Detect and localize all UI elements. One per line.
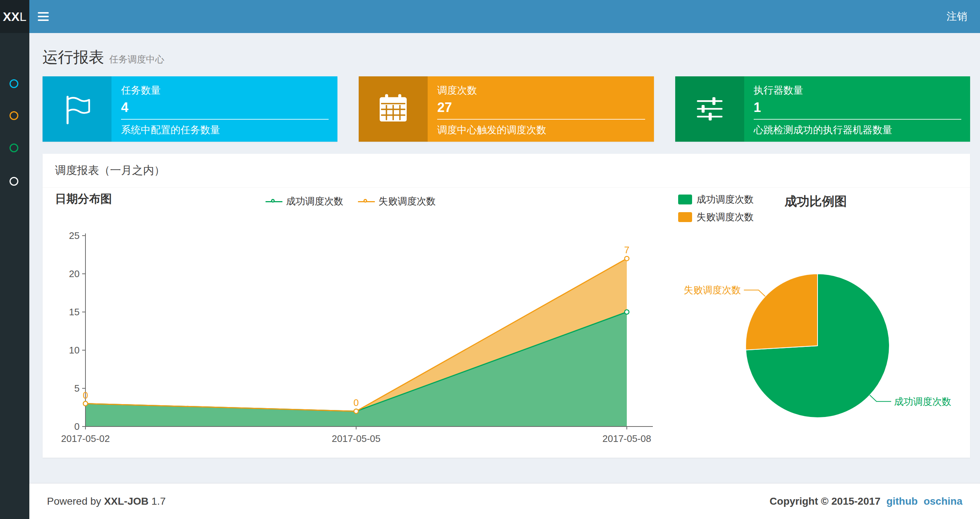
sidebar-item-jobs[interactable]: [10, 111, 18, 120]
info-box-title: 任务数量: [121, 84, 331, 97]
legend-item-success[interactable]: 成功调度次数: [266, 195, 343, 208]
footer-powered-by: Powered by XXL-JOB 1.7: [47, 495, 166, 507]
info-box-desc: 系统中配置的任务数量: [121, 123, 331, 137]
info-box-body: 执行器数量 1 心跳检测成功的执行器机器数量: [744, 76, 970, 142]
hamburger-bar: [38, 19, 49, 21]
divider: [121, 119, 329, 120]
sidebar: [0, 33, 29, 519]
svg-text:20: 20: [69, 268, 80, 279]
svg-text:成功调度次数: 成功调度次数: [894, 396, 951, 407]
svg-text:5: 5: [75, 383, 80, 394]
svg-text:15: 15: [69, 307, 80, 318]
circle-icon: [10, 144, 18, 152]
legend-label: 失败调度次数: [697, 211, 754, 224]
svg-text:2017-05-05: 2017-05-05: [332, 433, 381, 444]
circle-icon: [10, 111, 18, 120]
divider: [437, 119, 645, 120]
svg-text:2017-05-08: 2017-05-08: [603, 433, 651, 444]
svg-text:25: 25: [69, 230, 80, 241]
svg-text:10: 10: [69, 345, 80, 356]
divider: [754, 119, 961, 120]
pie-legend-item-success[interactable]: 成功调度次数: [678, 193, 754, 206]
pie-legend-item-fail[interactable]: 失败调度次数: [678, 211, 754, 224]
line-chart-legend: 成功调度次数 失败调度次数: [43, 195, 659, 208]
info-box-row: 任务数量 4 系统中配置的任务数量: [43, 76, 970, 142]
svg-text:0: 0: [353, 397, 359, 408]
flag-icon: [43, 76, 111, 142]
pie-chart-section: 成功调度次数 失败调度次数 成功比例图 成功调度次数失败调度次数: [678, 191, 972, 455]
footer-right: Copyright © 2015-2017 github oschina: [770, 495, 963, 507]
swatch-icon: [678, 195, 692, 204]
oschina-link[interactable]: oschina: [924, 495, 963, 507]
legend-item-fail[interactable]: 失败调度次数: [358, 195, 436, 208]
info-box-body: 调度次数 27 调度中心触发的调度次数: [428, 76, 654, 142]
calendar-icon: [359, 76, 428, 142]
legend-label: 失败调度次数: [379, 195, 436, 208]
page-subtitle: 任务调度中心: [109, 53, 164, 65]
panel-title: 调度报表（一月之内）: [43, 154, 970, 188]
info-box-title: 调度次数: [437, 84, 647, 97]
app-logo[interactable]: XXL: [0, 0, 29, 33]
info-box-executor-count: 执行器数量 1 心跳检测成功的执行器机器数量: [675, 76, 970, 142]
github-link[interactable]: github: [886, 495, 918, 507]
sidebar-item-executor[interactable]: [10, 177, 18, 186]
report-panel: 调度报表（一月之内） 日期分布图 成功调度次数 失败调度次数 051015202…: [43, 154, 970, 458]
circle-icon: [10, 177, 18, 186]
legend-label: 成功调度次数: [697, 193, 754, 206]
svg-text:0: 0: [75, 421, 80, 432]
sliders-icon: [675, 76, 744, 142]
info-box-value: 4: [121, 100, 331, 115]
hamburger-icon[interactable]: [29, 0, 57, 33]
hamburger-bar: [38, 16, 49, 17]
info-box-value: 27: [437, 100, 647, 115]
logo-bold-text: XX: [3, 10, 19, 24]
legend-label: 成功调度次数: [286, 195, 343, 208]
page-title: 运行报表: [43, 47, 104, 67]
logo-light-text: L: [19, 10, 26, 24]
hamburger-bar: [38, 12, 49, 14]
info-box-title: 执行器数量: [754, 84, 964, 97]
svg-text:0: 0: [83, 390, 88, 401]
info-box-trigger-count: 调度次数 27 调度中心触发的调度次数: [359, 76, 654, 142]
main-content: 运行报表 任务调度中心 任务数量 4 系统中配置的任务数量: [29, 33, 980, 519]
info-box-value: 1: [754, 100, 964, 115]
info-box-job-count: 任务数量 4 系统中配置的任务数量: [43, 76, 337, 142]
svg-text:7: 7: [624, 244, 629, 256]
svg-text:2017-05-02: 2017-05-02: [61, 433, 110, 444]
date-distribution-chart[interactable]: 05101520252017-05-022017-05-052017-05-08…: [62, 231, 679, 452]
pie-chart-title: 成功比例图: [784, 193, 847, 210]
swatch-icon: [678, 212, 692, 222]
footer: Powered by XXL-JOB 1.7 Copyright © 2015-…: [29, 483, 980, 519]
line-marker-icon: [358, 198, 375, 205]
top-navbar: XXL 注销: [0, 0, 980, 33]
circle-icon: [10, 79, 18, 88]
logout-link[interactable]: 注销: [934, 0, 980, 33]
sidebar-item-log[interactable]: [10, 144, 18, 152]
info-box-desc: 心跳检测成功的执行器机器数量: [754, 123, 964, 137]
info-box-body: 任务数量 4 系统中配置的任务数量: [111, 76, 337, 142]
line-marker-icon: [266, 198, 282, 205]
page-header: 运行报表 任务调度中心: [43, 47, 164, 67]
sidebar-item-report[interactable]: [10, 79, 18, 88]
info-box-desc: 调度中心触发的调度次数: [437, 123, 647, 137]
svg-text:失败调度次数: 失败调度次数: [684, 284, 741, 295]
footer-copyright: Copyright © 2015-2017: [770, 495, 880, 507]
success-ratio-pie-chart[interactable]: 成功调度次数失败调度次数: [678, 231, 964, 455]
